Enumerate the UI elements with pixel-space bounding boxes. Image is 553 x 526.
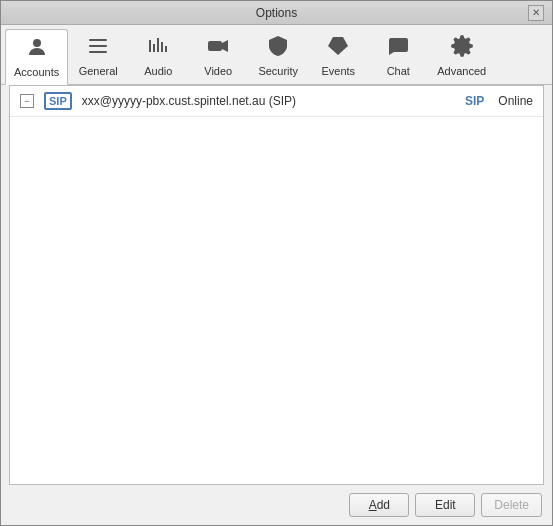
events-icon <box>326 34 350 62</box>
chat-icon <box>386 34 410 62</box>
sip-badge: SIP <box>44 92 72 110</box>
account-type-label: SIP <box>465 94 484 108</box>
edit-button[interactable]: Edit <box>415 493 475 517</box>
audio-icon <box>146 34 170 62</box>
advanced-icon <box>450 34 474 62</box>
accounts-content: − SIP xxx@yyyyy-pbx.cust.spintel.net.au … <box>9 85 544 485</box>
expand-icon[interactable]: − <box>20 94 34 108</box>
svg-rect-3 <box>89 51 107 53</box>
tab-chat[interactable]: Chat <box>368 29 428 84</box>
svg-rect-1 <box>89 39 107 41</box>
account-status: Online <box>498 94 533 108</box>
close-button[interactable]: ✕ <box>528 5 544 21</box>
account-name: xxx@yyyyy-pbx.cust.spintel.net.au (SIP) <box>82 94 455 108</box>
tab-advanced[interactable]: Advanced <box>428 29 495 84</box>
tab-chat-label: Chat <box>387 65 410 77</box>
tab-video-label: Video <box>204 65 232 77</box>
delete-button[interactable]: Delete <box>481 493 542 517</box>
svg-rect-2 <box>89 45 107 47</box>
tab-events-label: Events <box>321 65 355 77</box>
general-icon <box>86 34 110 62</box>
svg-marker-11 <box>328 37 348 55</box>
svg-rect-9 <box>208 41 222 51</box>
tab-general[interactable]: General <box>68 29 128 84</box>
tab-events[interactable]: Events <box>308 29 368 84</box>
svg-point-0 <box>33 39 41 47</box>
toolbar: Accounts General <box>1 25 552 85</box>
tab-video[interactable]: Video <box>188 29 248 84</box>
tab-general-label: General <box>79 65 118 77</box>
tab-accounts[interactable]: Accounts <box>5 29 68 85</box>
video-icon <box>206 34 230 62</box>
bottom-bar: Add Edit Delete <box>1 485 552 525</box>
add-button[interactable]: Add <box>349 493 409 517</box>
svg-marker-10 <box>222 40 228 52</box>
tab-audio[interactable]: Audio <box>128 29 188 84</box>
tab-accounts-label: Accounts <box>14 66 59 78</box>
options-window: Options ✕ Accounts General <box>0 0 553 526</box>
tab-security[interactable]: Security <box>248 29 308 84</box>
accounts-icon <box>25 35 49 63</box>
tab-security-label: Security <box>258 65 298 77</box>
table-row[interactable]: − SIP xxx@yyyyy-pbx.cust.spintel.net.au … <box>10 86 543 117</box>
security-icon <box>266 34 290 62</box>
tab-audio-label: Audio <box>144 65 172 77</box>
title-bar: Options ✕ <box>1 1 552 25</box>
tab-advanced-label: Advanced <box>437 65 486 77</box>
window-title: Options <box>25 6 528 20</box>
